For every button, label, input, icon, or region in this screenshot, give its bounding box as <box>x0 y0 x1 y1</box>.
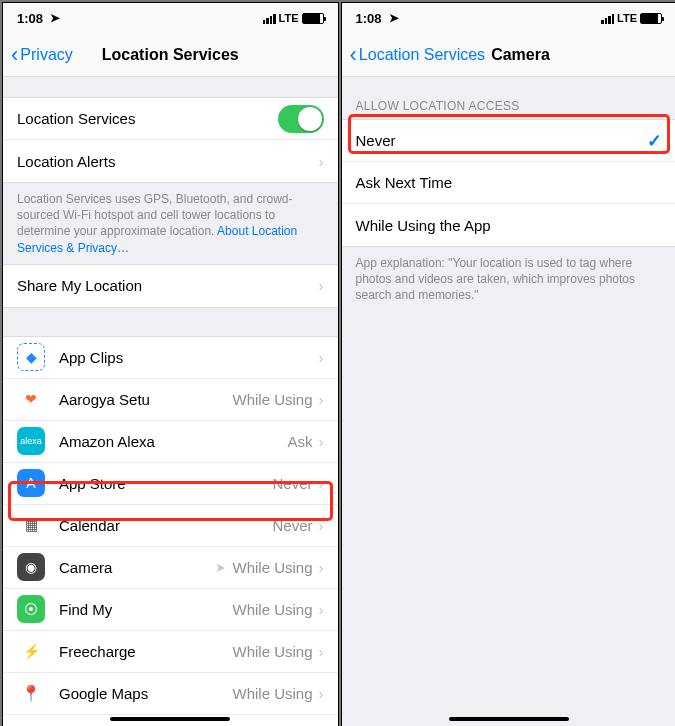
app-name: Calendar <box>59 517 272 534</box>
nav-bar: ‹ Privacy Location Services <box>3 33 338 77</box>
screen-location-services: 1:08 ➤ LTE ‹ Privacy Location Services L… <box>2 2 339 726</box>
row-label: Location Alerts <box>17 153 319 170</box>
app-icon: ◉ <box>17 553 45 581</box>
app-icon: 📍 <box>17 679 45 707</box>
network-label: LTE <box>617 12 637 24</box>
app-name: App Clips <box>59 349 319 366</box>
home-indicator <box>449 717 569 721</box>
app-row[interactable]: 📍Google MapsWhile Using› <box>3 673 338 715</box>
app-row[interactable]: ◉Camera➤While Using› <box>3 547 338 589</box>
app-row[interactable]: alexaAmazon AlexaAsk› <box>3 421 338 463</box>
app-row[interactable]: ◆App Clips› <box>3 337 338 379</box>
footer-text: App explanation: "Your location is used … <box>342 247 676 312</box>
app-detail: While Using <box>232 601 312 618</box>
status-time: 1:08 <box>17 11 43 26</box>
location-option-row[interactable]: While Using the App <box>342 204 676 246</box>
chevron-right-icon: › <box>319 517 324 534</box>
app-icon: ⦿ <box>17 595 45 623</box>
chevron-right-icon: › <box>319 601 324 618</box>
back-button[interactable]: ‹ Privacy <box>11 44 73 66</box>
app-name: App Store <box>59 475 272 492</box>
chevron-left-icon: ‹ <box>350 44 357 66</box>
app-name: Amazon Alexa <box>59 433 287 450</box>
footer-text: Location Services uses GPS, Bluetooth, a… <box>3 183 338 264</box>
chevron-left-icon: ‹ <box>11 44 18 66</box>
app-detail: While Using <box>232 559 312 576</box>
status-indicators: LTE <box>601 12 662 24</box>
app-row[interactable]: ▦CalendarNever› <box>3 505 338 547</box>
location-arrow-icon: ➤ <box>50 11 60 25</box>
status-time: 1:08 <box>356 11 382 26</box>
app-name: Find My <box>59 601 232 618</box>
location-option-row[interactable]: Never✓ <box>342 120 676 162</box>
app-name: Aarogya Setu <box>59 391 232 408</box>
app-icon: A <box>17 469 45 497</box>
app-detail: Never <box>272 517 312 534</box>
signal-bars-icon <box>601 13 614 24</box>
content: Allow Location Access Never✓Ask Next Tim… <box>342 77 676 726</box>
back-label: Location Services <box>359 46 485 64</box>
app-icon: ◆ <box>17 343 45 371</box>
battery-icon <box>640 13 662 24</box>
chevron-right-icon: › <box>319 433 324 450</box>
app-name: Freecharge <box>59 643 232 660</box>
chevron-right-icon: › <box>319 153 324 170</box>
back-label: Privacy <box>20 46 72 64</box>
location-option-row[interactable]: Ask Next Time <box>342 162 676 204</box>
app-detail: Ask <box>287 433 312 450</box>
app-detail: While Using <box>232 643 312 660</box>
chevron-right-icon: › <box>319 559 324 576</box>
home-indicator <box>110 717 230 721</box>
app-name: Camera <box>59 559 215 576</box>
toggle-on-icon[interactable] <box>278 105 324 133</box>
battery-icon <box>302 13 324 24</box>
content: Location Services Location Alerts › Loca… <box>3 77 338 726</box>
screen-camera-location: 1:08 ➤ LTE ‹ Location Services Camera Al… <box>341 2 676 726</box>
app-name: Google Maps <box>59 685 232 702</box>
apps-list: ◆App Clips›❤Aarogya SetuWhile Using›alex… <box>3 336 338 726</box>
app-icon: alexa <box>17 427 45 455</box>
location-arrow-icon: ➤ <box>389 11 399 25</box>
section-header: Allow Location Access <box>342 77 676 119</box>
status-indicators: LTE <box>263 12 324 24</box>
row-location-services-toggle[interactable]: Location Services <box>3 98 338 140</box>
app-icon: G <box>17 721 45 726</box>
signal-bars-icon <box>263 13 276 24</box>
chevron-right-icon: › <box>319 475 324 492</box>
app-icon: ▦ <box>17 511 45 539</box>
chevron-right-icon: › <box>319 643 324 660</box>
chevron-right-icon: › <box>319 349 324 366</box>
checkmark-icon: ✓ <box>647 130 662 152</box>
status-bar: 1:08 ➤ LTE <box>342 3 676 33</box>
app-row[interactable]: ⦿Find MyWhile Using› <box>3 589 338 631</box>
page-title: Camera <box>491 46 550 64</box>
option-label: While Using the App <box>356 217 663 234</box>
option-label: Ask Next Time <box>356 174 663 191</box>
row-label: Share My Location <box>17 277 319 294</box>
network-label: LTE <box>279 12 299 24</box>
app-icon: ❤ <box>17 385 45 413</box>
app-detail: While Using <box>232 391 312 408</box>
app-row[interactable]: ⚡FreechargeWhile Using› <box>3 631 338 673</box>
app-row[interactable]: ❤Aarogya SetuWhile Using› <box>3 379 338 421</box>
app-detail: Never <box>272 475 312 492</box>
nav-bar: ‹ Location Services Camera <box>342 33 676 77</box>
chevron-right-icon: › <box>319 277 324 294</box>
location-arrow-icon: ➤ <box>215 560 226 575</box>
location-options-list: Never✓Ask Next TimeWhile Using the App <box>342 119 676 247</box>
row-label: Location Services <box>17 110 278 127</box>
row-location-alerts[interactable]: Location Alerts › <box>3 140 338 182</box>
back-button[interactable]: ‹ Location Services <box>350 44 486 66</box>
app-detail: While Using <box>232 685 312 702</box>
chevron-right-icon: › <box>319 391 324 408</box>
chevron-right-icon: › <box>319 685 324 702</box>
app-icon: ⚡ <box>17 637 45 665</box>
row-share-my-location[interactable]: Share My Location › <box>3 265 338 307</box>
status-bar: 1:08 ➤ LTE <box>3 3 338 33</box>
option-label: Never <box>356 132 648 149</box>
app-row[interactable]: AApp StoreNever› <box>3 463 338 505</box>
